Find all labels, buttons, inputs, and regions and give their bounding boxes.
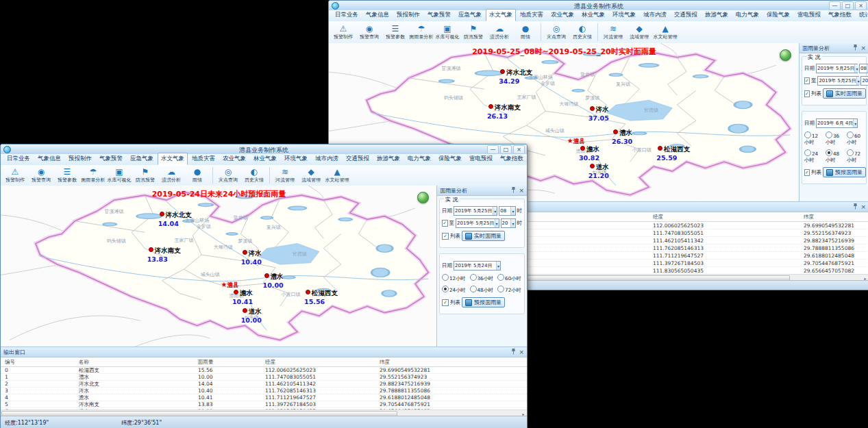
radio-option[interactable]: 24小时 xyxy=(804,149,821,164)
radio-option[interactable]: 12小时 xyxy=(804,131,821,146)
toolbar-item-basin-manage[interactable]: ◆流域管理 xyxy=(298,165,324,186)
toolbar-item-waterlog-analysis[interactable]: ☁渍涝分析 xyxy=(486,21,512,43)
table-row[interactable]: 1澧水10.00111.74708305505129.552156374923 xyxy=(1,374,527,381)
toolbar-item-basin-manage[interactable]: ◆流域管理 xyxy=(626,21,652,43)
tab-agri-weather[interactable]: 农业气象 xyxy=(547,9,578,21)
radio-icon[interactable] xyxy=(826,149,832,156)
pin-icon[interactable] xyxy=(853,45,858,51)
tab-forecast-make[interactable]: 预报制作 xyxy=(65,153,95,165)
end-date-select[interactable]: 2019年 5月25日 xyxy=(456,218,499,228)
tab-forestry-weather[interactable]: 林业气象 xyxy=(250,153,280,165)
tab-geo-disaster[interactable]: 地质灾害 xyxy=(188,153,219,165)
toolbar-item-warning-make[interactable]: ⚠预警制作 xyxy=(330,21,356,43)
toolbar-item-rain-info[interactable]: ●雨情 xyxy=(512,21,538,43)
tab-lightning-forecast[interactable]: 雷电预报 xyxy=(466,153,496,165)
radio-icon[interactable] xyxy=(804,131,811,138)
radio-icon[interactable] xyxy=(470,274,477,281)
toolbar-item-reservoir-visual[interactable]: ▣水库可视化 xyxy=(434,21,460,43)
tab-env-weather[interactable]: 环境气象 xyxy=(281,153,311,165)
start-date-select[interactable]: 2019年 5月25日 xyxy=(816,64,858,73)
start-hour-select[interactable]: 08 xyxy=(499,206,515,216)
end-checkbox[interactable] xyxy=(804,77,810,84)
forecast-date-select[interactable]: 2019年 6月 4日 xyxy=(816,118,858,128)
table-row[interactable]: 5涔水南支13.83111.39726718450329.70544768759… xyxy=(1,401,527,408)
start-date-select[interactable]: 2019年 5月25日 xyxy=(454,206,497,216)
tab-weather-warning[interactable]: 气象预警 xyxy=(424,9,454,21)
tab-tourism-weather[interactable]: 旅游气象 xyxy=(373,153,404,165)
end-checkbox[interactable] xyxy=(442,220,448,227)
pin-icon[interactable] xyxy=(511,349,516,355)
map-action-button[interactable] xyxy=(780,49,791,61)
tab-insurance-weather[interactable]: 保险气象 xyxy=(763,9,793,21)
tab-daily[interactable]: 日常业务 xyxy=(332,9,362,21)
tab-traffic-forecast[interactable]: 交通预报 xyxy=(343,153,373,165)
toolbar-item-rain-info[interactable]: ●雨情 xyxy=(184,165,210,186)
radio-option[interactable]: 24小时 xyxy=(442,286,466,294)
tab-traffic-forecast[interactable]: 交通预报 xyxy=(671,9,701,21)
tab-agri-weather[interactable]: 农业气象 xyxy=(219,153,249,165)
close-icon[interactable]: × xyxy=(519,349,524,355)
tab-lightning-forecast[interactable]: 雷电预报 xyxy=(794,9,824,21)
toolbar-item-river-manage[interactable]: ≋河流管理 xyxy=(272,165,298,186)
toolbar-item-disaster-history[interactable]: ◐历史灾情 xyxy=(569,21,595,43)
toolbar-item-area-rain-analysis[interactable]: ☂面雨量分析 xyxy=(80,165,106,186)
forecast-rain-button[interactable]: 预报面雨量 xyxy=(823,167,866,177)
radio-icon[interactable] xyxy=(826,131,832,138)
end-hour-select[interactable]: 20 xyxy=(860,76,868,86)
toolbar-item-area-rain-analysis[interactable]: ☂面雨量分析 xyxy=(408,21,434,43)
table-row[interactable]: 4澹水10.41111.71121964752729.6188012485048 xyxy=(1,394,527,401)
tab-hydro-weather[interactable]: 水文气象 xyxy=(486,9,516,21)
tab-weather-index[interactable]: 气象指数 xyxy=(825,9,855,21)
tab-forecast-make[interactable]: 预报制作 xyxy=(393,9,423,21)
radio-icon[interactable] xyxy=(497,286,504,292)
realtime-rain-button[interactable]: 实时面雨量 xyxy=(462,231,505,241)
tab-insurance-weather[interactable]: 保险气象 xyxy=(435,153,465,165)
list-checkbox[interactable] xyxy=(804,169,810,176)
tab-forestry-weather[interactable]: 林业气象 xyxy=(578,9,608,21)
tab-power-weather[interactable]: 电力气象 xyxy=(732,9,762,21)
radio-icon[interactable] xyxy=(442,274,449,281)
tab-power-weather[interactable]: 电力气象 xyxy=(404,153,434,165)
tab-weather-warning[interactable]: 气象预警 xyxy=(96,153,126,165)
toolbar-item-hydrostation-manage[interactable]: ▲水文站管理 xyxy=(652,21,678,43)
list-checkbox[interactable] xyxy=(804,90,810,97)
radio-option[interactable]: 60小时 xyxy=(497,274,521,282)
map-action-button[interactable] xyxy=(417,192,429,203)
map-canvas-forecast[interactable]: 2019-05-24日未来24小时预报面雨量 甘溪滩镇码头铺镇王家厂镇太青山林场… xyxy=(1,186,437,347)
close-icon[interactable]: × xyxy=(860,204,866,210)
radio-option[interactable]: 48小时 xyxy=(470,286,494,294)
pin-icon[interactable] xyxy=(511,187,516,193)
tab-daily[interactable]: 日常业务 xyxy=(3,153,34,165)
radio-option[interactable]: 12小时 xyxy=(442,274,466,282)
tab-weather-index[interactable]: 气象指数 xyxy=(497,153,527,165)
toolbar-item-warning-query[interactable]: ◉预警查询 xyxy=(356,21,382,43)
radio-icon[interactable] xyxy=(847,149,854,156)
radio-icon[interactable] xyxy=(804,149,811,156)
table-row[interactable]: 0松滋西支15.56112.00602562502329.69905495322… xyxy=(1,367,527,374)
radio-option[interactable]: 48小时 xyxy=(826,149,843,164)
list-checkbox[interactable] xyxy=(442,233,449,240)
radio-option[interactable]: 72小时 xyxy=(497,286,521,294)
toolbar-item-warning-params[interactable]: ☰预警参数 xyxy=(54,165,80,186)
toolbar-item-flood-warning[interactable]: ⚑防汛预警 xyxy=(460,21,486,43)
start-hour-select[interactable]: 08 xyxy=(859,64,868,73)
radio-icon[interactable] xyxy=(470,286,477,292)
toolbar-item-warning-make[interactable]: ⚠预警制作 xyxy=(2,165,28,186)
list-checkbox[interactable] xyxy=(442,299,449,306)
tab-stats-manage[interactable]: 统计管理 xyxy=(856,9,868,21)
radio-icon[interactable] xyxy=(497,274,504,281)
forecast-date-select[interactable]: 2019年 5月24日 xyxy=(454,261,501,270)
tab-urban-flood[interactable]: 城市内涝 xyxy=(312,153,342,165)
forecast-rain-button[interactable]: 预报面雨量 xyxy=(462,297,505,307)
toolbar-item-disaster-point-query[interactable]: ◎灾点查询 xyxy=(543,21,569,43)
toolbar-item-waterlog-analysis[interactable]: ☁渍涝分析 xyxy=(158,165,184,186)
radio-icon[interactable] xyxy=(442,286,449,292)
pin-icon[interactable] xyxy=(853,203,858,210)
toolbar-item-warning-query[interactable]: ◉预警查询 xyxy=(28,165,54,186)
radio-option[interactable]: 72小时 xyxy=(847,149,864,164)
radio-option[interactable]: 36小时 xyxy=(470,274,494,282)
tab-weather-info[interactable]: 气象信息 xyxy=(362,9,393,21)
toolbar-item-reservoir-visual[interactable]: ▣水库可视化 xyxy=(106,165,132,186)
tab-urban-flood[interactable]: 城市内涝 xyxy=(640,9,670,21)
tab-env-weather[interactable]: 环境气象 xyxy=(609,9,639,21)
